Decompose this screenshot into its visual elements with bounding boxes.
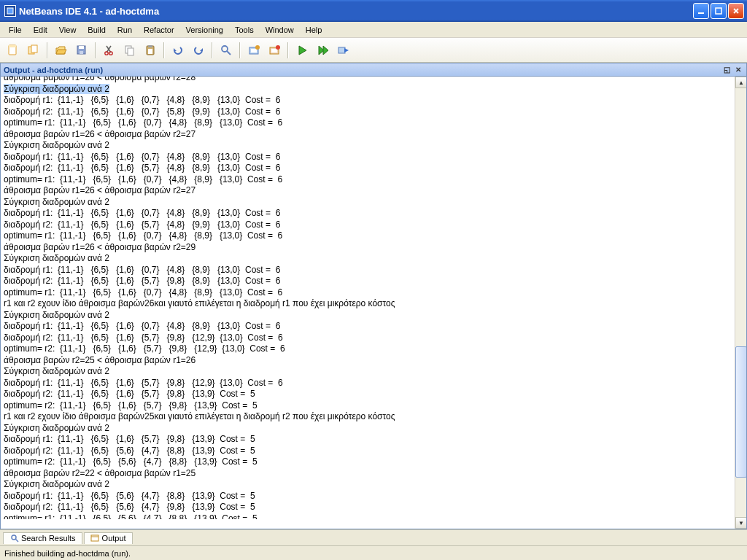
tab-output[interactable]: Output [84, 532, 133, 544]
toolbar-separator [212, 42, 213, 58]
svg-rect-0 [7, 8, 13, 14]
menu-tools[interactable]: Tools [229, 24, 260, 36]
window-titlebar: NetBeans IDE 4.1 - ad-hoctdma [0, 0, 747, 22]
svg-line-31 [15, 539, 18, 542]
svg-rect-2 [716, 8, 721, 14]
save-all-icon[interactable] [73, 42, 90, 59]
undo-icon[interactable] [169, 42, 187, 59]
svg-rect-20 [148, 49, 152, 54]
svg-rect-29 [338, 47, 345, 53]
svg-point-21 [222, 46, 228, 52]
toolbar-separator [163, 42, 165, 58]
menu-versioning[interactable]: Versioning [180, 24, 229, 36]
scroll-up-icon[interactable]: ▲ [735, 77, 747, 88]
minimize-button[interactable] [693, 3, 709, 19]
output-area: αθροισμα βαρών r1=26 < αθροισμα βαρών r2… [0, 77, 747, 529]
redo-icon[interactable] [190, 42, 207, 59]
svg-point-28 [276, 45, 280, 50]
attach-debugger-icon[interactable] [334, 42, 352, 59]
output-text[interactable]: αθροισμα βαρών r1=26 < αθροισμα βαρών r2… [1, 77, 735, 529]
toolbar [0, 38, 747, 63]
menu-run[interactable]: Run [112, 24, 138, 36]
cut-icon[interactable] [101, 42, 118, 59]
new-file-icon[interactable] [4, 42, 22, 59]
svg-rect-1 [698, 12, 704, 14]
svg-point-25 [255, 45, 260, 50]
toolbar-separator [287, 42, 289, 58]
svg-rect-11 [80, 51, 83, 54]
run-main-icon[interactable] [293, 42, 311, 59]
output-header: Output - ad-hoctdma (run) ◱ ✕ [0, 63, 747, 77]
menu-build[interactable]: Build [82, 24, 111, 36]
paste-icon[interactable] [142, 42, 159, 59]
tab-label: Search Results [21, 534, 76, 542]
svg-line-22 [227, 51, 231, 55]
dock-icon[interactable]: ◱ [721, 65, 732, 75]
svg-rect-27 [271, 49, 277, 52]
scroll-thumb[interactable] [735, 346, 747, 478]
find-icon[interactable] [217, 42, 235, 59]
status-bar: Finished building ad-hoctdma (run). [0, 545, 747, 560]
app-icon [4, 5, 16, 17]
svg-rect-8 [31, 45, 37, 52]
menu-help[interactable]: Help [300, 24, 328, 36]
toolbar-separator [239, 42, 241, 58]
new-project-icon[interactable] [25, 42, 42, 59]
close-output-icon[interactable]: ✕ [733, 65, 743, 75]
vertical-scrollbar[interactable]: ▲ ▼ [735, 77, 746, 529]
copy-icon[interactable] [121, 42, 139, 59]
toolbar-separator [47, 42, 48, 58]
bottom-tabstrip: Search Results Output [0, 529, 747, 545]
open-icon[interactable] [53, 42, 70, 59]
maximize-button[interactable] [711, 3, 727, 19]
menu-edit[interactable]: Edit [28, 24, 53, 36]
scroll-down-icon[interactable]: ▼ [735, 517, 747, 529]
close-button[interactable] [728, 3, 744, 19]
menu-file[interactable]: File [3, 24, 28, 36]
tab-label: Output [102, 534, 126, 542]
menu-view[interactable]: View [53, 24, 82, 36]
output-tab-icon [90, 534, 100, 543]
svg-rect-32 [91, 535, 98, 541]
svg-rect-17 [128, 48, 133, 55]
clean-build-icon[interactable] [266, 42, 283, 59]
svg-rect-6 [9, 45, 16, 47]
menu-bar: File Edit View Build Run Refactor Versio… [0, 22, 747, 38]
output-title: Output - ad-hoctdma (run) [4, 66, 103, 74]
search-tab-icon [9, 534, 19, 543]
menu-window[interactable]: Window [260, 24, 300, 36]
tab-search-results[interactable]: Search Results [3, 532, 82, 544]
debug-main-icon[interactable] [314, 42, 331, 59]
menu-refactor[interactable]: Refactor [138, 24, 180, 36]
svg-rect-19 [148, 45, 152, 47]
toolbar-separator [95, 42, 96, 58]
svg-rect-24 [251, 49, 257, 52]
build-main-icon[interactable] [245, 42, 263, 59]
svg-rect-10 [79, 46, 84, 49]
window-title: NetBeans IDE 4.1 - ad-hoctdma [19, 6, 693, 17]
status-text: Finished building ad-hoctdma (run). [4, 549, 131, 558]
